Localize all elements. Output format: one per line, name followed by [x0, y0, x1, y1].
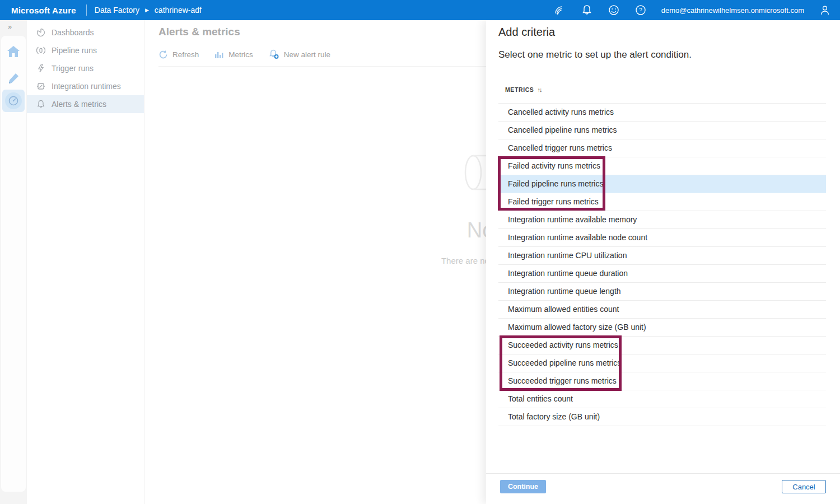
rail-item-monitor[interactable] — [2, 90, 25, 112]
new-alert-rule-label: New alert rule — [284, 50, 330, 59]
feedback-smiley-icon[interactable] — [608, 4, 620, 16]
azure-brand[interactable]: Microsoft Azure — [0, 6, 86, 15]
metric-row[interactable]: Integration runtime available memory — [498, 211, 826, 229]
sidebar-item-alerts-metrics[interactable]: Alerts & metrics — [27, 95, 144, 113]
metric-row[interactable]: Integration runtime queue duration — [498, 265, 826, 283]
svg-text:?: ? — [639, 7, 642, 13]
metric-row[interactable]: Integration runtime queue length — [498, 283, 826, 301]
top-bar: Microsoft Azure Data Factory ▶ cathrinew… — [0, 0, 840, 20]
metric-row[interactable]: Cancelled pipeline runs metrics — [498, 122, 826, 139]
account-email[interactable]: demo@cathrinewilhelmsen.onmicrosoft.com — [661, 6, 804, 15]
sidebar-item-pipeline-runs[interactable]: Pipeline runs — [27, 41, 144, 59]
metric-row[interactable]: Succeeded trigger runs metrics — [498, 372, 826, 390]
footer-divider — [486, 473, 840, 474]
metric-row[interactable]: Cancelled trigger runs metrics — [498, 139, 826, 157]
signal-icon[interactable] — [554, 4, 566, 16]
breadcrumb-app[interactable]: Data Factory — [95, 6, 139, 15]
metric-row[interactable]: Maximum allowed factory size (GB unit) — [498, 319, 826, 337]
pencil-icon — [7, 72, 20, 85]
metric-row[interactable]: Cancelled activity runs metrics — [498, 104, 826, 122]
topbar-divider — [86, 4, 87, 16]
panel-title: Add criteria — [498, 26, 555, 39]
bar-chart-icon — [214, 50, 224, 59]
left-rail: » — [0, 20, 27, 504]
metric-row[interactable]: Integration runtime available node count — [498, 229, 826, 247]
metrics-column-header[interactable]: METRICS ↑↓ — [505, 86, 541, 93]
cancel-button[interactable]: Cancel — [782, 480, 826, 493]
continue-button[interactable]: Continue — [500, 480, 546, 493]
monitor-sidebar: Dashboards Pipeline runs Trigger runs In… — [27, 20, 144, 504]
add-criteria-panel: Add criteria Select one metric to set up… — [486, 20, 840, 504]
metric-row[interactable]: Failed pipeline runs metrics — [498, 175, 826, 193]
pipeline-icon — [36, 46, 45, 55]
donut-chart-icon — [36, 28, 45, 37]
toolbar: Refresh Metrics New alert rule — [158, 49, 330, 59]
metric-row[interactable]: Succeeded pipeline runs metrics — [498, 354, 826, 372]
metric-row[interactable]: Failed activity runs metrics — [498, 157, 826, 175]
breadcrumb-resource[interactable]: cathrinew-adf — [155, 6, 202, 15]
lightning-icon — [36, 64, 45, 73]
sidebar-item-label: Integration runtimes — [52, 82, 121, 91]
metrics-label: Metrics — [228, 50, 253, 59]
new-alert-bell-icon — [269, 49, 279, 59]
home-icon — [6, 45, 21, 58]
rail-item-home[interactable] — [2, 40, 25, 63]
monitor-gauge-icon — [5, 92, 22, 109]
account-person-icon[interactable] — [819, 4, 831, 16]
page-title: Alerts & metrics — [158, 26, 240, 38]
bell-icon — [36, 100, 45, 109]
panel-subtitle: Select one metric to set up the alert co… — [498, 49, 692, 60]
notifications-bell-icon[interactable] — [581, 4, 593, 16]
metric-row[interactable]: Integration runtime CPU utilization — [498, 247, 826, 265]
expand-rail-chevron-icon[interactable]: » — [8, 22, 12, 31]
refresh-label: Refresh — [172, 50, 199, 59]
topbar-actions: ? demo@cathrinewilhelmsen.onmicrosoft.co… — [554, 4, 840, 16]
metric-list: Cancelled activity runs metricsCancelled… — [498, 103, 826, 426]
metric-row[interactable]: Maximum allowed entities count — [498, 301, 826, 319]
sidebar-item-label: Pipeline runs — [52, 46, 97, 55]
integration-runtime-icon — [36, 82, 45, 91]
metric-row[interactable]: Total entities count — [498, 390, 826, 408]
sidebar-item-integration-runtimes[interactable]: Integration runtimes — [27, 77, 144, 95]
sidebar-item-trigger-runs[interactable]: Trigger runs — [27, 59, 144, 77]
new-alert-rule-button[interactable]: New alert rule — [269, 49, 330, 59]
metric-row[interactable]: Succeeded activity runs metrics — [498, 337, 826, 354]
metrics-column-label: METRICS — [505, 86, 534, 93]
refresh-icon — [158, 50, 168, 59]
sidebar-item-label: Dashboards — [52, 28, 94, 37]
sort-icon: ↑↓ — [537, 86, 541, 93]
rail-item-author[interactable] — [2, 67, 25, 90]
breadcrumb-caret-icon: ▶ — [145, 7, 149, 13]
sidebar-item-dashboards[interactable]: Dashboards — [27, 24, 144, 41]
metric-row[interactable]: Total factory size (GB unit) — [498, 408, 826, 426]
refresh-button[interactable]: Refresh — [158, 50, 199, 59]
metrics-button[interactable]: Metrics — [214, 50, 253, 59]
help-icon[interactable]: ? — [634, 4, 647, 16]
metric-row[interactable]: Failed trigger runs metrics — [498, 193, 826, 211]
sidebar-item-label: Alerts & metrics — [52, 100, 106, 109]
sidebar-item-label: Trigger runs — [52, 64, 94, 73]
